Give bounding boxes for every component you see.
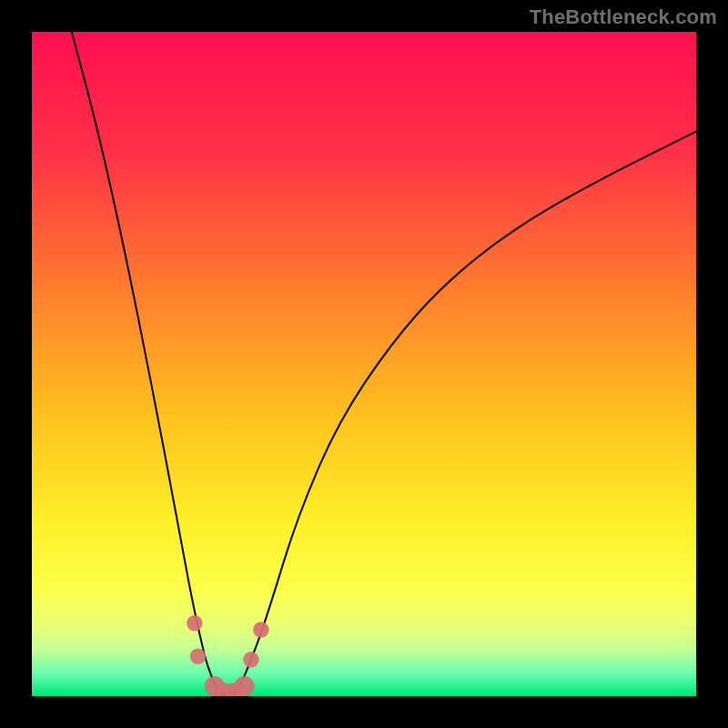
watermark-text: TheBottleneck.com (530, 5, 717, 29)
marker-point (187, 615, 203, 632)
chart-frame: TheBottleneck.com (0, 0, 728, 728)
curve-layer (32, 32, 696, 696)
plot-area (32, 32, 696, 696)
bottleneck-curve (72, 32, 696, 696)
marker-point (253, 622, 269, 638)
marker-point (235, 676, 255, 696)
marker-point (190, 648, 207, 664)
marker-point (243, 652, 259, 668)
data-markers (187, 615, 269, 696)
